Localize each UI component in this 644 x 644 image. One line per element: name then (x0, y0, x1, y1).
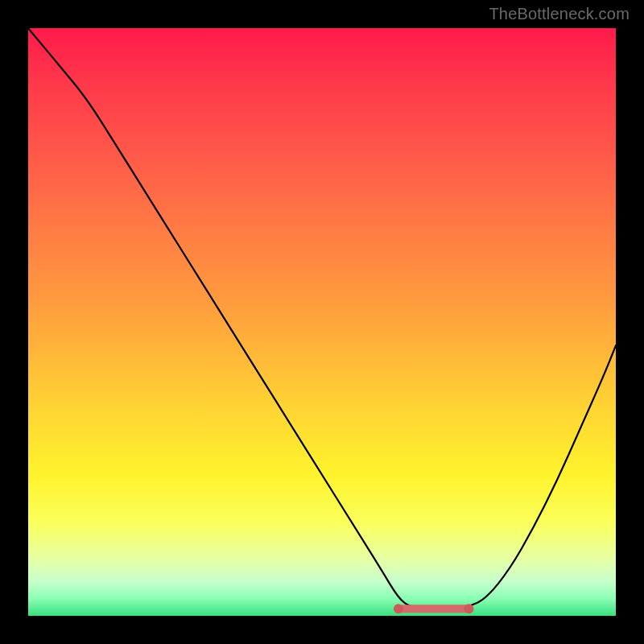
chart-svg (28, 28, 616, 616)
plateau-endpoint-left (394, 604, 403, 613)
watermark-text: TheBottleneck.com (489, 5, 630, 23)
plateau-endpoint-right (464, 604, 474, 613)
plot-area (28, 28, 616, 616)
bottleneck-curve (28, 28, 616, 610)
chart-frame: TheBottleneck.com (0, 0, 644, 644)
